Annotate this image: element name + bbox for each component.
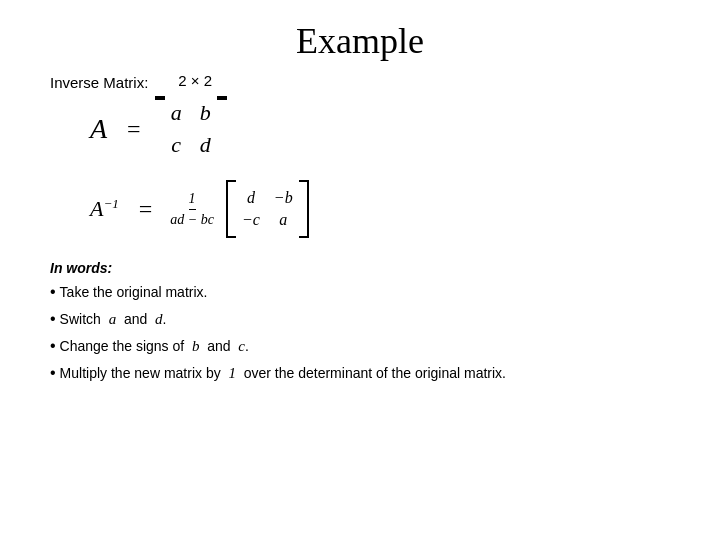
page-title: Example — [50, 20, 670, 62]
inv-bracket-left-icon — [226, 180, 236, 238]
matrix-A-equation: A = a b c d — [90, 96, 231, 162]
bullet-1: • Take the original matrix. — [50, 280, 670, 304]
header-row: Inverse Matrix: 2 × 2 — [50, 72, 670, 91]
words-section: In words: • Take the original matrix. • … — [50, 260, 670, 385]
matrix-A-bracket: a b c d — [155, 96, 227, 162]
cell-a: a — [171, 100, 182, 126]
dimension-label: 2 × 2 — [178, 72, 212, 89]
matrix-A-var: A — [90, 113, 107, 145]
bracket-left-icon — [155, 96, 165, 100]
inv-matrix-grid: d −b −c a — [242, 186, 293, 232]
inverse-matrix-label: Inverse Matrix: — [50, 72, 148, 91]
bullet-icon-3: • — [50, 334, 56, 358]
inv-matrix-bracket: d −b −c a — [226, 180, 309, 238]
inv-cell-a: a — [274, 211, 293, 229]
bullet-icon-4: • — [50, 361, 56, 385]
frac-numerator: 1 — [189, 191, 196, 210]
bullet-3: • Change the signs of b and c. — [50, 334, 670, 358]
inverse-fraction: 1 ad − bc — [170, 191, 214, 228]
bullet-text-4: Multiply the new matrix by 1 over the de… — [60, 362, 506, 385]
inv-cell-neg-c: −c — [242, 211, 260, 229]
bullet-4: • Multiply the new matrix by 1 over the … — [50, 361, 670, 385]
bullet-text-1: Take the original matrix. — [60, 282, 208, 303]
bullet-2: • Switch a and d. — [50, 307, 670, 331]
matrix-A-section: A = a b c d A−1 = 1 — [90, 96, 670, 238]
matrix-A-grid: a b c d — [171, 96, 211, 162]
inverse-equation-row: A−1 = 1 ad − bc d −b −c a — [90, 180, 313, 238]
inv-A-var: A−1 — [90, 196, 119, 222]
bullet-icon-2: • — [50, 307, 56, 331]
inv-cell-neg-b: −b — [274, 189, 293, 207]
bullet-text-2: Switch a and d. — [60, 308, 167, 331]
cell-b: b — [200, 100, 211, 126]
bullet-icon-1: • — [50, 280, 56, 304]
cell-d: d — [200, 132, 211, 158]
inv-equals: = — [139, 196, 153, 223]
frac-denominator: ad − bc — [170, 210, 214, 228]
cell-c: c — [171, 132, 182, 158]
inv-cell-d: d — [242, 189, 260, 207]
words-header: In words: — [50, 260, 670, 276]
matrix-A-equals: = — [127, 116, 141, 143]
inv-bracket-right-icon — [299, 180, 309, 238]
bracket-right-icon — [217, 96, 227, 100]
page: Example Inverse Matrix: 2 × 2 A = a b c … — [0, 0, 720, 540]
bullet-text-3: Change the signs of b and c. — [60, 335, 249, 358]
